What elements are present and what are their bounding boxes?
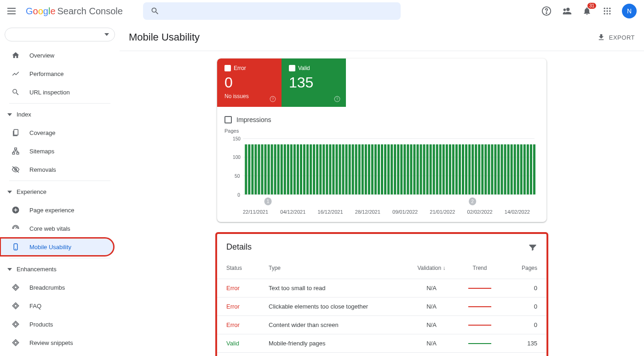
sidebar-item-page-experience[interactable]: Page experience <box>0 201 114 219</box>
svg-rect-57 <box>326 144 328 194</box>
arrow-down-icon: ↓ <box>443 265 446 271</box>
sidebar-item-performance[interactable]: Performance <box>0 64 114 83</box>
table-row[interactable]: ErrorContent wider than screenN/A0 <box>217 315 546 334</box>
check-icon: ✓ <box>224 65 231 71</box>
table-header: Status Type Validation ↓ Trend Pages <box>217 257 546 279</box>
svg-rect-91 <box>436 144 438 194</box>
svg-rect-69 <box>365 144 367 194</box>
svg-text:50: 50 <box>235 174 240 179</box>
svg-rect-72 <box>374 144 377 194</box>
svg-rect-68 <box>362 144 364 194</box>
valid-tile[interactable]: ✓Valid 135 ? <box>282 58 346 107</box>
svg-rect-100 <box>465 144 467 194</box>
export-button[interactable]: EXPORT <box>597 33 635 41</box>
svg-rect-62 <box>342 144 344 194</box>
avatar[interactable]: N <box>622 4 637 18</box>
sidebar-item-core-web-vitals[interactable]: Core web vitals <box>0 219 114 238</box>
pages-cell: 0 <box>505 285 537 292</box>
table-row[interactable]: ErrorText too small to readN/A0 <box>217 279 546 297</box>
sidebar-item-url-inspection[interactable]: URL inspection <box>0 83 114 101</box>
sidebar-item-coverage[interactable]: Coverage <box>0 123 114 142</box>
svg-rect-14 <box>17 152 19 154</box>
sidebar-item-overview[interactable]: Overview <box>0 46 114 64</box>
svg-rect-84 <box>413 144 415 194</box>
svg-rect-105 <box>481 144 483 194</box>
svg-rect-79 <box>397 144 399 194</box>
plus-icon <box>11 205 20 215</box>
svg-rect-104 <box>478 144 480 194</box>
svg-rect-73 <box>378 144 380 194</box>
sidebar-item-faq[interactable]: FAQ <box>0 297 114 315</box>
nav-group-experience[interactable]: Experience <box>0 183 120 201</box>
nav-label: URL inspection <box>29 89 70 96</box>
help-icon[interactable]: ? <box>270 96 276 102</box>
table-row[interactable]: ErrorClickable elements too close togeth… <box>217 297 546 315</box>
validation-cell: N/A <box>408 285 454 292</box>
sidebar-item-products[interactable]: Products <box>0 315 114 333</box>
sidebar-item-removals[interactable]: Removals <box>0 160 114 179</box>
details-card: Details Status Type Validation ↓ Trend P… <box>217 234 546 356</box>
apps-icon[interactable] <box>602 6 613 17</box>
svg-rect-119 <box>527 144 529 194</box>
svg-rect-80 <box>400 144 402 194</box>
svg-rect-49 <box>300 144 302 194</box>
impressions-checkbox[interactable]: Impressions <box>224 114 539 128</box>
help-icon[interactable]: ? <box>334 96 340 102</box>
svg-rect-89 <box>430 144 432 194</box>
svg-rect-90 <box>433 144 435 194</box>
sidebar-item-sitelinks-searchbox[interactable]: Sitelinks searchbox <box>0 352 114 356</box>
svg-rect-94 <box>446 144 448 194</box>
nav-group-enhancements[interactable]: Enhancements <box>0 260 120 278</box>
svg-point-4 <box>609 8 610 9</box>
validation-cell: N/A <box>408 340 454 347</box>
check-icon: ✓ <box>289 65 295 71</box>
svg-rect-11 <box>14 129 18 135</box>
status-cell: Error <box>226 303 269 310</box>
speed-icon <box>11 224 20 233</box>
nav-label: Coverage <box>29 129 55 136</box>
filter-icon[interactable] <box>528 243 537 252</box>
svg-rect-37 <box>261 144 263 194</box>
nav-label: Review snippets <box>29 339 73 346</box>
menu-icon[interactable] <box>7 6 18 17</box>
svg-rect-87 <box>423 144 426 194</box>
sidebar-item-review-snippets[interactable]: Review snippets <box>0 333 114 352</box>
type-cell: Content wider than screen <box>269 321 408 328</box>
trend-icon <box>11 69 20 78</box>
sort-validation[interactable]: Validation ↓ <box>408 265 454 271</box>
svg-rect-51 <box>306 144 309 194</box>
chart: Pages 150 100 50 0 1 2 <box>224 128 539 215</box>
property-selector[interactable] <box>5 28 115 41</box>
sidebar-item-mobile-usability[interactable]: Mobile Usability <box>0 238 114 256</box>
svg-text:?: ? <box>272 97 274 101</box>
details-title: Details <box>226 242 252 252</box>
svg-rect-75 <box>384 144 386 194</box>
table-row[interactable]: ValidMobile-friendly pagesN/A135 <box>217 334 546 352</box>
svg-rect-99 <box>462 144 464 194</box>
type-cell: Text too small to read <box>269 285 408 292</box>
summary-card: ✓Error 0 No issues ? ✓Valid 135 ? Impres… <box>217 58 546 222</box>
svg-rect-103 <box>475 144 477 194</box>
svg-rect-109 <box>494 144 496 194</box>
logo[interactable]: Google Search Console <box>26 6 123 17</box>
pages-cell: 0 <box>505 303 537 310</box>
sidebar-item-sitemaps[interactable]: Sitemaps <box>0 142 114 160</box>
type-cell: Clickable elements too close together <box>269 303 408 310</box>
diamond-icon <box>11 320 20 329</box>
svg-rect-40 <box>271 144 273 194</box>
sidebar-item-breadcrumbs[interactable]: Breadcrumbs <box>0 278 114 297</box>
svg-text:1: 1 <box>267 199 270 204</box>
search-input[interactable] <box>143 2 401 20</box>
svg-rect-66 <box>355 144 357 194</box>
people-icon[interactable] <box>561 6 572 17</box>
svg-rect-110 <box>497 144 500 194</box>
svg-rect-115 <box>514 144 516 194</box>
svg-point-10 <box>609 13 610 14</box>
error-tile[interactable]: ✓Error 0 No issues ? <box>217 58 282 107</box>
svg-rect-59 <box>332 144 334 194</box>
page-title: Mobile Usability <box>129 31 200 43</box>
help-icon[interactable] <box>541 6 552 17</box>
notification-icon[interactable]: 31 <box>581 6 592 17</box>
nav-group-index[interactable]: Index <box>0 105 120 123</box>
product-name: Search Console <box>58 6 123 17</box>
